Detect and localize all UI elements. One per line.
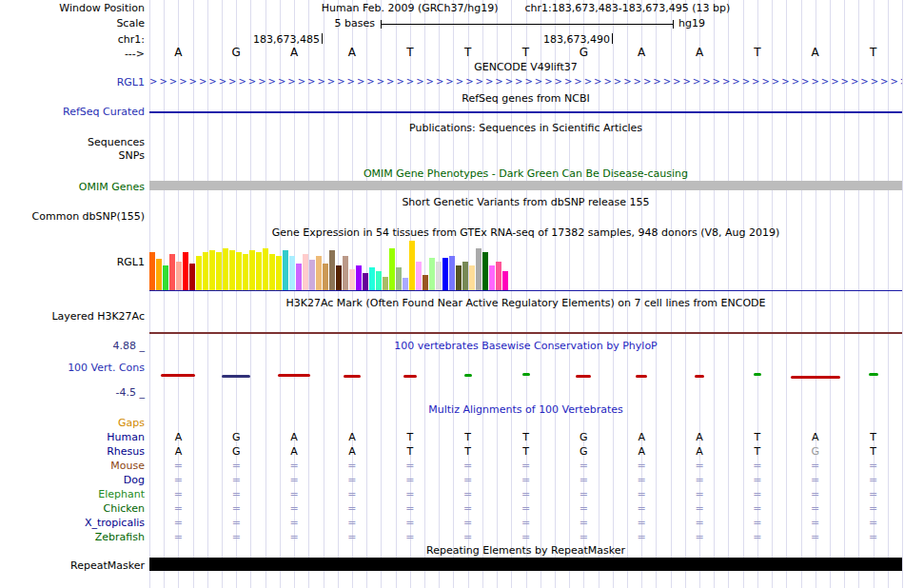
multiz-species-label[interactable]: Human [0,431,145,443]
multiz-species-label[interactable]: Dog [0,474,145,486]
gtex-expression-bar[interactable] [476,248,481,290]
alignment-cell: = [869,502,877,515]
dbsnp-label[interactable]: Common dbSNP(155) [0,210,145,223]
gtex-expression-bar[interactable] [196,256,202,290]
gtex-expression-bar[interactable] [169,254,175,290]
multiz-species-label[interactable]: Gaps [0,417,145,429]
alignment-cell: = [405,531,414,543]
gtex-expression-bar[interactable] [423,275,428,290]
gtex-expression-bar[interactable] [276,256,282,290]
gencode-gene-label[interactable]: RGL1 [0,76,145,88]
alignment-cell: T [522,445,529,458]
gencode-title: GENCODE V49lift37 [149,61,902,73]
gtex-expression-bar[interactable] [263,248,268,290]
refseq-track-line[interactable] [149,111,902,113]
gtex-expression-bar[interactable] [363,273,368,290]
gtex-expression-bar[interactable] [396,267,402,290]
gtex-expression-bar[interactable] [389,248,395,290]
sequences-label[interactable]: Sequences [0,136,145,148]
gtex-expression-bar[interactable] [183,252,188,290]
gtex-expression-bar[interactable] [482,252,488,290]
gtex-expression-bar[interactable] [496,262,501,290]
gtex-expression-bar[interactable] [403,278,408,290]
refseq-title: RefSeq genes from NCBI [149,92,902,105]
alignment-cell: = [811,502,819,515]
gtex-expression-bar[interactable] [203,252,208,290]
alignment-cell: = [811,474,819,486]
gtex-expression-bar[interactable] [436,262,442,290]
alignment-cell: = [347,474,356,486]
gtex-expression-bar[interactable] [343,256,348,290]
gencode-gene-arrows[interactable]: >>>>>>>>>>>>>>>>>>>>>>>>>>>>>>>>>>>>>>>>… [149,75,902,88]
multiz-species-label[interactable]: Chicken [0,502,145,515]
gtex-expression-bar[interactable] [249,250,255,290]
refseq-curated-label[interactable]: RefSeq Curated [0,106,145,118]
snps-label[interactable]: SNPs [0,149,145,162]
gtex-expression-bar[interactable] [189,264,195,290]
gtex-expression-bar[interactable] [369,267,375,290]
h3k27ac-track-line[interactable] [149,332,902,334]
gtex-expression-bar[interactable] [502,271,508,290]
alignment-cell: T [870,431,876,443]
gtex-expression-bar[interactable] [323,264,328,290]
repeatmasker-label[interactable]: RepeatMasker [0,559,145,572]
gtex-expression-bar[interactable] [243,254,248,290]
gtex-expression-bar[interactable] [223,248,228,290]
gtex-expression-bar[interactable] [329,250,335,290]
multiz-species-label[interactable]: Rhesus [0,445,145,458]
gtex-expression-bar[interactable] [316,256,322,290]
gtex-expression-bar[interactable] [449,256,455,290]
gtex-gene-label[interactable]: RGL1 [0,256,145,268]
alignment-cell: = [521,531,530,543]
gtex-expression-bar[interactable] [283,250,288,290]
gtex-expression-bar[interactable] [269,254,275,290]
gtex-expression-bar[interactable] [289,256,295,290]
omim-track-bar[interactable] [149,181,902,190]
gtex-expression-bar[interactable] [489,265,495,290]
multiz-species-label[interactable]: Mouse [0,460,145,472]
gtex-expression-bar[interactable] [336,265,342,290]
alignment-cell: = [521,502,530,515]
gtex-expression-chart[interactable] [149,240,902,290]
gtex-expression-bar[interactable] [163,265,168,290]
alignment-cell: = [174,474,183,486]
multiz-species-label[interactable]: Elephant [0,488,145,500]
multiz-species-label[interactable]: Zebrafish [0,531,145,543]
gtex-expression-bar[interactable] [349,269,355,290]
gtex-expression-bar[interactable] [416,262,422,290]
gtex-expression-bar[interactable] [229,250,235,290]
alignment-cell: = [347,460,356,472]
gtex-expression-bar[interactable] [309,260,315,290]
alignment-cell: T [522,431,529,443]
gtex-expression-bar[interactable] [176,262,182,290]
repeatmasker-track-bar[interactable] [149,558,902,571]
gtex-expression-bar[interactable] [156,259,162,290]
gtex-expression-bar[interactable] [296,264,302,290]
gtex-expression-bar[interactable] [149,252,155,290]
base-letter: A [174,47,182,59]
alignment-cell: A [638,431,645,443]
h3k27ac-label[interactable]: Layered H3K27Ac [0,310,145,323]
gtex-expression-bar[interactable] [216,252,222,290]
multiz-species-label[interactable]: X_tropicalis [0,517,145,529]
gtex-expression-bar[interactable] [236,252,242,290]
base-letter: T [464,47,471,59]
scale-label: Scale [0,17,145,29]
phylop-label[interactable]: 100 Vert. Cons [0,362,145,374]
gtex-expression-bar[interactable] [469,265,475,290]
gtex-expression-bar[interactable] [462,262,468,290]
gtex-expression-bar[interactable] [209,250,215,290]
gtex-expression-bar[interactable] [442,258,448,290]
gtex-expression-bar[interactable] [383,277,388,290]
gtex-expression-bar[interactable] [303,254,308,290]
gtex-expression-bar[interactable] [356,265,362,290]
omim-genes-label[interactable]: OMIM Genes [0,181,145,193]
gtex-expression-bar[interactable] [256,252,262,290]
gtex-expression-bar[interactable] [376,271,382,290]
gtex-expression-bar[interactable] [456,265,462,290]
alignment-cell: = [290,517,299,529]
gtex-expression-bar[interactable] [409,241,415,290]
alignment-cell: = [753,474,761,486]
alignment-cell: = [232,502,241,515]
gtex-expression-bar[interactable] [429,258,435,290]
